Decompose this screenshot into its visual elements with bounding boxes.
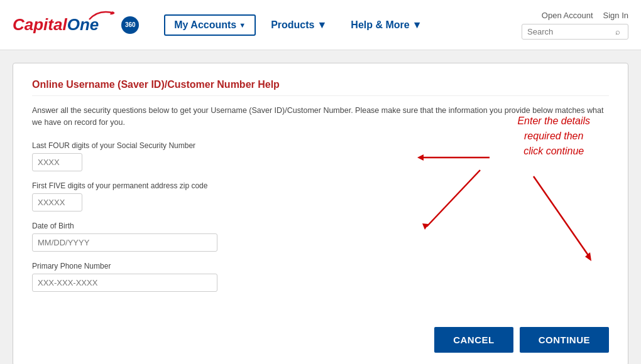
- nav-help[interactable]: Help & More ▼: [342, 16, 430, 35]
- phone-input[interactable]: [32, 274, 217, 292]
- header: CapitalOne 360 My Accounts ▼ Products ▼: [0, 0, 641, 50]
- cancel-button[interactable]: CANCEL: [434, 327, 513, 353]
- products-chevron-icon: ▼: [317, 19, 327, 31]
- logo-swoosh-icon: [86, 10, 118, 21]
- phone-group: Primary Phone Number: [32, 262, 221, 292]
- footer-buttons: CANCEL CONTINUE: [32, 321, 609, 353]
- logo: CapitalOne 360: [13, 15, 139, 35]
- zip-label: First FIVE digits of your permanent addr…: [32, 181, 221, 190]
- ssn-input[interactable]: [32, 153, 82, 171]
- dob-input[interactable]: [32, 233, 217, 252]
- main-nav: My Accounts ▼ Products ▼ Help & More ▼: [164, 14, 437, 36]
- sign-in-link[interactable]: Sign In: [603, 11, 628, 20]
- zip-group: First FIVE digits of your permanent addr…: [32, 181, 221, 211]
- svg-marker-5: [585, 252, 591, 261]
- nav-products[interactable]: Products ▼: [262, 16, 336, 35]
- main-content: Online Username (Saver ID)/Customer Numb…: [0, 50, 641, 364]
- form-body: Last FOUR digits of your Social Security…: [32, 141, 609, 302]
- svg-line-2: [427, 170, 480, 227]
- annotation-area: Enter the detailsrequired thenclick cont…: [383, 101, 603, 277]
- help-chevron-icon: ▼: [412, 19, 422, 31]
- zip-input[interactable]: [32, 193, 82, 211]
- form-left: Last FOUR digits of your Social Security…: [32, 141, 221, 302]
- search-input[interactable]: [527, 27, 615, 36]
- annotation-text: Enter the detailsrequired thenclick cont…: [517, 114, 590, 159]
- ssn-group: Last FOUR digits of your Social Security…: [32, 141, 221, 171]
- header-links: Open Account Sign In: [542, 11, 628, 20]
- nav-my-accounts[interactable]: My Accounts ▼: [164, 14, 256, 36]
- header-right: Open Account Sign In ⌕: [522, 11, 628, 40]
- dob-group: Date of Birth: [32, 222, 221, 252]
- form-title: Online Username (Saver ID)/Customer Numb…: [32, 79, 609, 96]
- svg-marker-1: [417, 154, 424, 161]
- my-accounts-chevron-icon: ▼: [239, 21, 246, 29]
- continue-button[interactable]: CONTINUE: [520, 327, 609, 353]
- form-card: Online Username (Saver ID)/Customer Numb…: [13, 63, 628, 364]
- phone-label: Primary Phone Number: [32, 262, 221, 270]
- ssn-label: Last FOUR digits of your Social Security…: [32, 141, 221, 150]
- dob-label: Date of Birth: [32, 222, 221, 230]
- search-box[interactable]: ⌕: [522, 24, 628, 40]
- svg-line-4: [534, 176, 590, 258]
- open-account-link[interactable]: Open Account: [542, 11, 593, 20]
- search-icon: ⌕: [615, 27, 620, 36]
- logo-capital: Capital: [13, 15, 67, 34]
- logo-360: 360: [121, 16, 139, 34]
